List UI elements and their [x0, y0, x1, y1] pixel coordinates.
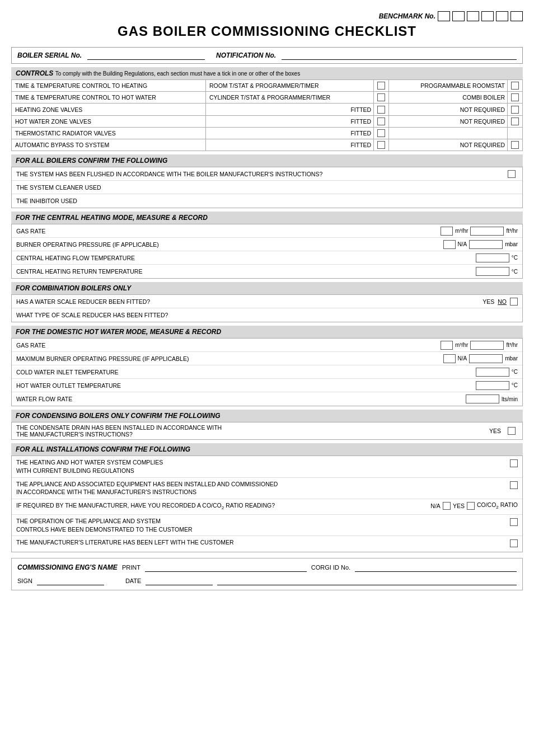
flush-row-2: THE SYSTEM CLEANER USED	[12, 181, 522, 194]
notification-input[interactable]	[282, 51, 517, 60]
ctrl-col1: TIME & TEMPERATURE CONTROL TO HEATING	[12, 80, 206, 92]
install-cb-4[interactable]	[510, 517, 518, 526]
ctrl-col1: THERMOSTATIC RADIATOR VALVES	[12, 127, 206, 139]
controls-header-text: CONTROLS	[16, 69, 53, 77]
ctrl-col2: CYLINDER T/STAT & PROGRAMMER/TIMER	[205, 92, 373, 104]
eng-date-line[interactable]	[146, 576, 213, 585]
ch-burner-checkbox[interactable]	[443, 240, 456, 249]
combo-label-2: WHAT TYPE OF SCALE REDUCER HAS BEEN FITT…	[16, 312, 518, 318]
install-cb-5[interactable]	[510, 538, 518, 547]
notification-label: NOTIFICATION No.	[216, 51, 276, 59]
ch-gas-rate-row: GAS RATE m³/hr ft³/hr	[12, 224, 522, 238]
dhw-flow-rate-label: WATER FLOW RATE	[16, 396, 466, 402]
dhw-hot-temp-right: °C	[476, 381, 518, 390]
benchmark-box-4[interactable]	[481, 11, 494, 21]
ctrl-check3[interactable]	[508, 115, 523, 127]
dhw-burner-input2[interactable]	[469, 354, 503, 363]
benchmark-box-2[interactable]	[452, 11, 465, 21]
ctrl-check3[interactable]	[508, 139, 523, 151]
install-cb-1[interactable]	[510, 458, 518, 467]
dhw-flow-rate-row: WATER FLOW RATE lts/min	[12, 392, 522, 406]
benchmark-label: BENCHMARK No.	[379, 12, 435, 20]
dhw-gas-rate-right: m³/hr ft³/hr	[441, 341, 518, 350]
install-cb-2[interactable]	[510, 480, 518, 489]
install-na-cb[interactable]	[443, 502, 451, 510]
serial-input[interactable]	[87, 51, 205, 60]
eng-second-date-line[interactable]	[217, 576, 517, 585]
ch-return-temp-right: °C	[476, 267, 518, 276]
ch-gas-rate-checkbox[interactable]	[441, 227, 453, 236]
ctrl-col1: HOT WATER ZONE VALVES	[12, 115, 206, 127]
ctrl-check3[interactable]	[508, 80, 523, 92]
install-label-3: IF REQUIRED BY THE MANUFACTURER, HAVE YO…	[16, 501, 430, 511]
dhw-cold-temp-input[interactable]	[476, 368, 509, 377]
dhw-cold-temp-row: COLD WATER INLET TEMPERATURE °C	[12, 365, 522, 379]
eng-print-line[interactable]	[145, 563, 307, 572]
dhw-burner-row: MAXIMUM BURNER OPERATING PRESSURE (IF AP…	[12, 352, 522, 365]
combo-header-text: FOR COMBINATION BOILERS ONLY	[16, 284, 131, 292]
flush-label-2: THE SYSTEM CLEANER USED	[16, 184, 518, 191]
eng-name-label: COMMISSIONING ENG'S NAME	[17, 564, 118, 571]
dhw-gas-rate-input2[interactable]	[470, 341, 504, 350]
eng-sign-label: SIGN	[17, 577, 32, 584]
ctrl-check2[interactable]	[374, 80, 389, 92]
ctrl-col3: PROGRAMMABLE ROOMSTAT	[389, 80, 508, 92]
dhw-gas-rate-checkbox[interactable]	[441, 341, 453, 350]
for-all-boilers-header: FOR ALL BOILERS CONFIRM THE FOLLOWING	[11, 154, 523, 167]
ctrl-check3[interactable]	[508, 92, 523, 104]
dhw-flow-rate-right: lts/min	[466, 395, 518, 403]
flush-checkbox-1[interactable]	[505, 170, 518, 178]
combo-row-1: HAS A WATER SCALE REDUCER BEEN FITTED? Y…	[12, 295, 522, 308]
ch-flow-temp-input[interactable]	[476, 253, 509, 262]
benchmark-box-6[interactable]	[510, 11, 523, 21]
install-co2-row: N/A YES CO/CO2 RATIO	[430, 501, 518, 510]
eng-date-label: DATE	[125, 577, 142, 584]
dhw-flow-rate-input[interactable]	[466, 395, 499, 403]
engineer-section: COMMISSIONING ENG'S NAME PRINT CORGI ID …	[11, 558, 523, 590]
combo-header: FOR COMBINATION BOILERS ONLY	[11, 282, 523, 294]
ctrl-check2[interactable]	[374, 127, 389, 139]
combo-section: HAS A WATER SCALE REDUCER BEEN FITTED? Y…	[11, 294, 523, 322]
ch-flow-temp-right: °C	[476, 253, 518, 262]
install-label-2: THE APPLIANCE AND ASSOCIATED EQUIPMENT H…	[16, 480, 510, 496]
dhw-flow-rate-unit: lts/min	[502, 396, 518, 402]
ctrl-check2[interactable]	[374, 92, 389, 104]
ctrl-col1: TIME & TEMPERATURE CONTROL TO HOT WATER	[12, 92, 206, 104]
benchmark-box-1[interactable]	[438, 11, 450, 21]
condensing-checkbox[interactable]	[505, 427, 518, 435]
ch-burner-na: N/A	[458, 241, 467, 247]
install-row-2: THE APPLIANCE AND ASSOCIATED EQUIPMENT H…	[12, 478, 522, 499]
benchmark-box-5[interactable]	[496, 11, 508, 21]
ctrl-check2[interactable]	[374, 139, 389, 151]
dhw-burner-na: N/A	[458, 355, 467, 361]
condensing-header: FOR CONDENSING BOILERS ONLY CONFIRM THE …	[11, 410, 523, 422]
ch-gas-rate-input2[interactable]	[470, 227, 504, 236]
dhw-hot-temp-unit: °C	[512, 382, 518, 388]
ch-gas-rate-label: GAS RATE	[16, 228, 441, 234]
ctrl-check3[interactable]	[508, 104, 523, 115]
ch-burner-input2[interactable]	[469, 240, 503, 249]
combo-yes-label: YES	[483, 298, 494, 305]
all-install-section: THE HEATING AND HOT WATER SYSTEM COMPLIE…	[11, 456, 523, 552]
ch-burner-right: N/A mbar	[443, 240, 518, 249]
combo-checkbox[interactable]	[510, 298, 518, 306]
eng-corgi-line[interactable]	[355, 563, 517, 572]
ctrl-col1: HEATING ZONE VALVES	[12, 104, 206, 115]
dhw-gas-rate-label: GAS RATE	[16, 342, 441, 349]
dhw-hot-temp-input[interactable]	[476, 381, 509, 390]
eng-sign-line[interactable]	[37, 576, 104, 585]
ch-return-temp-input[interactable]	[476, 267, 509, 276]
ctrl-check2[interactable]	[374, 115, 389, 127]
dhw-gas-rate-row: GAS RATE m³/hr ft³/hr	[12, 339, 522, 352]
table-row: THERMOSTATIC RADIATOR VALVES FITTED	[12, 127, 523, 139]
ctrl-col3: NOT REQUIRED	[389, 139, 508, 151]
central-heating-header: FOR THE CENTRAL HEATING MODE, MEASURE & …	[11, 212, 523, 224]
install-yes-cb[interactable]	[467, 502, 475, 510]
install-na-label: N/A	[430, 503, 441, 509]
benchmark-box-3[interactable]	[467, 11, 479, 21]
dhw-burner-checkbox[interactable]	[443, 354, 456, 363]
ch-gas-rate-right: m³/hr ft³/hr	[441, 227, 518, 236]
eng-print-label: PRINT	[122, 564, 140, 571]
for-all-boilers-section: THE SYSTEM HAS BEEN FLUSHED IN ACCORDANC…	[11, 167, 523, 208]
ctrl-check2[interactable]	[374, 104, 389, 115]
